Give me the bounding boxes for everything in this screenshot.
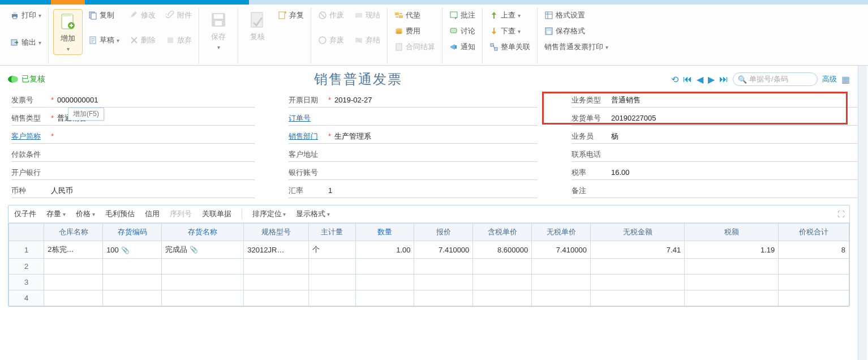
col-uom[interactable]: 主计量 <box>308 224 355 241</box>
cell-notax_amt[interactable] <box>591 275 685 290</box>
cell-qty[interactable]: 1.00 <box>355 241 414 259</box>
col-notax-price[interactable]: 无税单价 <box>532 224 591 241</box>
cell-notax_amt[interactable] <box>591 259 685 275</box>
review-button[interactable]: 复核 <box>243 9 272 43</box>
col-tax-amt[interactable]: 税额 <box>685 224 779 241</box>
cell-notax_price[interactable] <box>532 259 591 275</box>
cell-notax_price[interactable]: 7.410000 <box>532 241 591 259</box>
draft-button[interactable]: 草稿 <box>86 34 122 46</box>
expand-grid-icon[interactable]: ⛶ <box>837 210 845 218</box>
discuss-button[interactable]: 讨论 <box>447 25 478 37</box>
cell-inv_code[interactable] <box>103 259 162 275</box>
cell-tax_amt[interactable] <box>685 290 779 306</box>
cell-tax_price[interactable] <box>473 290 532 306</box>
prev-record-icon[interactable]: ◀ <box>697 74 703 85</box>
field-tax-rate[interactable]: 税率 16.00 <box>571 166 866 180</box>
print-template-button[interactable]: 销售普通发票打印 <box>542 41 611 53</box>
order-no-label[interactable]: 订单号 <box>289 113 325 123</box>
cell-tax_price[interactable] <box>473 259 532 275</box>
sale-dept-label[interactable]: 销售部门 <box>289 131 325 142</box>
cash-button[interactable]: 现结 <box>352 9 383 22</box>
customer-label[interactable]: 客户简称 <box>11 131 48 142</box>
cell-uom[interactable] <box>308 290 355 306</box>
down-query-button[interactable]: 下查 <box>487 25 532 37</box>
col-inv-name[interactable]: 存货名称 <box>161 224 243 241</box>
cell-spec[interactable]: 32012JR… <box>244 241 308 259</box>
print-button[interactable]: 打印 <box>8 9 44 22</box>
col-notax-amt[interactable]: 无税金额 <box>591 224 685 241</box>
cell-notax_amt[interactable] <box>591 290 685 306</box>
cell-rownum[interactable]: 3 <box>9 275 44 290</box>
only-sub-button[interactable]: 仅子件 <box>14 209 36 219</box>
cell-total[interactable]: 8 <box>779 241 849 259</box>
col-warehouse[interactable]: 仓库名称 <box>44 224 103 241</box>
cell-wh[interactable] <box>44 275 103 290</box>
cell-notax_price[interactable] <box>532 275 591 290</box>
field-customer[interactable]: 客户简称 * <box>11 130 255 144</box>
cell-tax_amt[interactable]: 1.19 <box>685 241 779 259</box>
advance-pay-button[interactable]: 代垫 <box>392 9 437 22</box>
field-phone[interactable]: 联系电话 <box>571 148 866 162</box>
attach-button[interactable]: 附件 <box>164 9 194 22</box>
cell-quote[interactable] <box>414 290 473 306</box>
field-invoice-date[interactable]: 开票日期 * 2019-02-27 <box>289 94 538 108</box>
cell-tax_price[interactable] <box>473 275 532 290</box>
notify-button[interactable]: 通知 <box>447 41 478 53</box>
whole-link-button[interactable]: 整单关联 <box>487 41 532 53</box>
field-bank[interactable]: 开户银行 <box>11 166 255 180</box>
field-sale-type[interactable]: 销售类型 * 普通销售 <box>11 112 255 126</box>
expense-button[interactable]: 费用 <box>392 25 437 37</box>
cell-spec[interactable] <box>244 259 308 275</box>
cell-notax_amt[interactable]: 7.41 <box>591 241 685 259</box>
field-invoice-no[interactable]: 发票号 * 0000000001 <box>11 94 255 108</box>
next-record-icon[interactable]: ▶ <box>708 74 715 85</box>
cell-inv_code[interactable]: 100📎 <box>103 241 162 259</box>
field-salesman[interactable]: 业务员 杨 <box>571 130 866 144</box>
col-rownum[interactable] <box>9 224 44 241</box>
delete-button[interactable]: 删除 <box>127 34 158 46</box>
vertical-scrollbar[interactable] <box>858 66 867 360</box>
field-order-no[interactable]: 订单号 <box>289 112 538 126</box>
format-button[interactable]: 格式设置 <box>542 9 611 22</box>
credit-button[interactable]: 信用 <box>145 209 160 219</box>
cell-uom[interactable] <box>308 259 355 275</box>
cell-inv_name[interactable] <box>161 290 243 306</box>
field-ship-no[interactable]: 发货单号 20190227005 <box>571 112 866 126</box>
cell-total[interactable] <box>779 259 849 275</box>
field-exchange[interactable]: 汇率 1 <box>289 185 538 198</box>
cell-rownum[interactable]: 2 <box>9 259 44 275</box>
col-spec[interactable]: 规格型号 <box>244 224 308 241</box>
save-format-button[interactable]: 保存格式 <box>542 25 611 37</box>
advanced-link[interactable]: 高级 <box>822 74 837 84</box>
cell-wh[interactable] <box>44 259 103 275</box>
cell-rownum[interactable]: 1 <box>9 241 44 259</box>
cell-tax_price[interactable]: 8.600000 <box>473 241 532 259</box>
serial-button[interactable]: 序列号 <box>170 209 192 219</box>
cell-inv_code[interactable] <box>103 290 162 306</box>
table-row[interactable]: 2 <box>9 259 849 275</box>
cell-quote[interactable] <box>414 275 473 290</box>
col-inv-code[interactable]: 存货编码 <box>103 224 162 241</box>
cell-tax_amt[interactable] <box>685 275 779 290</box>
cell-inv_name[interactable]: 完成品📎 <box>161 241 243 259</box>
cell-inv_code[interactable] <box>103 275 162 290</box>
cell-quote[interactable] <box>414 259 473 275</box>
first-record-icon[interactable]: ⏮ <box>683 74 692 84</box>
field-bank-acct[interactable]: 银行账号 <box>289 166 538 180</box>
price-button[interactable]: 价格 <box>76 209 95 219</box>
col-total[interactable]: 价税合计 <box>779 224 849 241</box>
giveup-button[interactable]: 放弃 <box>164 34 194 46</box>
up-query-button[interactable]: 上查 <box>487 9 532 22</box>
field-sale-dept[interactable]: 销售部门 * 生产管理系 <box>289 130 538 144</box>
col-tax-price[interactable]: 含税单价 <box>473 224 532 241</box>
cell-total[interactable] <box>779 275 849 290</box>
table-row[interactable]: 12栋完…100📎完成品📎32012JR…个1.007.4100008.6000… <box>9 241 849 259</box>
save-button[interactable]: 保存 <box>204 9 233 52</box>
field-biz-type[interactable]: 业务类型 普通销售 <box>571 94 866 108</box>
field-cust-addr[interactable]: 客户地址 <box>289 148 538 162</box>
cell-qty[interactable] <box>355 275 414 290</box>
field-pay-term[interactable]: 付款条件 <box>11 148 255 162</box>
cell-uom[interactable]: 个 <box>308 241 355 259</box>
cell-total[interactable] <box>779 290 849 306</box>
cell-inv_name[interactable] <box>161 259 243 275</box>
